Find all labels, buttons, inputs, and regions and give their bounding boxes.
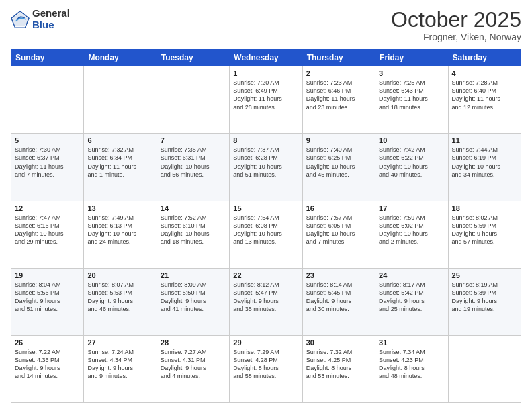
calendar-cell: 9Sunrise: 7:40 AMSunset: 6:25 PMDaylight… xyxy=(302,134,375,201)
day-number: 6 xyxy=(87,136,152,144)
day-number: 12 xyxy=(15,204,80,212)
calendar-cell xyxy=(84,66,157,134)
day-number: 8 xyxy=(233,136,298,144)
calendar-cell: 21Sunrise: 8:09 AMSunset: 5:50 PMDayligh… xyxy=(157,268,229,335)
day-number: 7 xyxy=(161,136,226,144)
day-info: Sunrise: 8:12 AMSunset: 5:47 PMDaylight:… xyxy=(233,281,298,314)
calendar-cell: 5Sunrise: 7:30 AMSunset: 6:37 PMDaylight… xyxy=(11,134,84,201)
calendar-cell xyxy=(157,66,229,134)
weekday-header-thursday: Thursday xyxy=(302,50,375,66)
day-info: Sunrise: 7:59 AMSunset: 6:02 PMDaylight:… xyxy=(379,214,444,246)
calendar-cell: 18Sunrise: 8:02 AMSunset: 5:59 PMDayligh… xyxy=(448,201,521,268)
day-number: 5 xyxy=(15,136,80,144)
day-info: Sunrise: 7:35 AMSunset: 6:31 PMDaylight:… xyxy=(161,146,226,179)
day-number: 4 xyxy=(452,69,517,77)
day-number: 11 xyxy=(452,136,517,144)
week-row-2: 12Sunrise: 7:47 AMSunset: 6:16 PMDayligh… xyxy=(11,201,521,268)
day-info: Sunrise: 7:32 AMSunset: 6:34 PMDaylight:… xyxy=(87,146,152,179)
day-number: 2 xyxy=(306,69,371,77)
day-info: Sunrise: 7:27 AMSunset: 4:31 PMDaylight:… xyxy=(161,348,226,381)
day-number: 18 xyxy=(452,204,517,212)
calendar-cell: 13Sunrise: 7:49 AMSunset: 6:13 PMDayligh… xyxy=(84,201,157,268)
day-info: Sunrise: 7:42 AMSunset: 6:22 PMDaylight:… xyxy=(379,146,444,179)
day-info: Sunrise: 7:57 AMSunset: 6:05 PMDaylight:… xyxy=(306,214,371,246)
day-info: Sunrise: 7:30 AMSunset: 6:37 PMDaylight:… xyxy=(15,146,80,179)
day-number: 23 xyxy=(306,271,371,279)
week-row-1: 5Sunrise: 7:30 AMSunset: 6:37 PMDaylight… xyxy=(11,134,521,201)
page: General Blue October 2025 Frogner, Viken… xyxy=(0,0,532,411)
day-number: 31 xyxy=(379,338,444,347)
main-title: October 2025 xyxy=(391,8,521,32)
weekday-header-row: SundayMondayTuesdayWednesdayThursdayFrid… xyxy=(11,50,521,66)
logo-blue: Blue xyxy=(32,19,70,31)
calendar-cell: 31Sunrise: 7:34 AMSunset: 4:23 PMDayligh… xyxy=(375,335,448,402)
day-info: Sunrise: 7:23 AMSunset: 6:46 PMDaylight:… xyxy=(306,79,371,111)
day-number: 27 xyxy=(87,338,152,347)
calendar-cell: 8Sunrise: 7:37 AMSunset: 6:28 PMDaylight… xyxy=(230,134,302,201)
calendar-cell: 22Sunrise: 8:12 AMSunset: 5:47 PMDayligh… xyxy=(230,268,302,335)
day-number: 17 xyxy=(379,204,444,212)
calendar-cell: 23Sunrise: 8:14 AMSunset: 5:45 PMDayligh… xyxy=(302,268,375,335)
day-info: Sunrise: 7:52 AMSunset: 6:10 PMDaylight:… xyxy=(161,214,226,246)
calendar-cell: 16Sunrise: 7:57 AMSunset: 6:05 PMDayligh… xyxy=(302,201,375,268)
day-info: Sunrise: 7:44 AMSunset: 6:19 PMDaylight:… xyxy=(452,146,517,179)
calendar-cell xyxy=(448,335,521,402)
day-info: Sunrise: 7:49 AMSunset: 6:13 PMDaylight:… xyxy=(87,214,152,246)
subtitle: Frogner, Viken, Norway xyxy=(391,32,521,42)
weekday-header-saturday: Saturday xyxy=(448,50,521,66)
calendar-cell: 27Sunrise: 7:24 AMSunset: 4:34 PMDayligh… xyxy=(84,335,157,402)
day-number: 21 xyxy=(161,271,226,279)
day-number: 24 xyxy=(379,271,444,279)
calendar-cell: 25Sunrise: 8:19 AMSunset: 5:39 PMDayligh… xyxy=(448,268,521,335)
day-info: Sunrise: 7:54 AMSunset: 6:08 PMDaylight:… xyxy=(233,214,298,246)
day-number: 25 xyxy=(452,271,517,279)
day-number: 14 xyxy=(161,204,226,212)
day-number: 26 xyxy=(15,338,80,347)
day-info: Sunrise: 7:25 AMSunset: 6:43 PMDaylight:… xyxy=(379,79,444,111)
day-info: Sunrise: 7:34 AMSunset: 4:23 PMDaylight:… xyxy=(379,348,444,381)
day-number: 13 xyxy=(87,204,152,212)
calendar-cell: 2Sunrise: 7:23 AMSunset: 6:46 PMDaylight… xyxy=(302,66,375,134)
calendar-cell: 14Sunrise: 7:52 AMSunset: 6:10 PMDayligh… xyxy=(157,201,229,268)
calendar-cell: 26Sunrise: 7:22 AMSunset: 4:36 PMDayligh… xyxy=(11,335,84,402)
day-info: Sunrise: 8:19 AMSunset: 5:39 PMDaylight:… xyxy=(452,281,517,314)
calendar-cell: 28Sunrise: 7:27 AMSunset: 4:31 PMDayligh… xyxy=(157,335,229,402)
day-number: 19 xyxy=(15,271,80,279)
day-number: 15 xyxy=(233,204,298,212)
day-info: Sunrise: 8:07 AMSunset: 5:53 PMDaylight:… xyxy=(87,281,152,314)
day-number: 16 xyxy=(306,204,371,212)
calendar-cell: 19Sunrise: 8:04 AMSunset: 5:56 PMDayligh… xyxy=(11,268,84,335)
calendar-cell: 11Sunrise: 7:44 AMSunset: 6:19 PMDayligh… xyxy=(448,134,521,201)
svg-marker-0 xyxy=(12,12,28,26)
day-number: 1 xyxy=(233,69,298,77)
logo-text: General Blue xyxy=(32,8,70,30)
calendar-cell xyxy=(11,66,84,134)
calendar-cell: 3Sunrise: 7:25 AMSunset: 6:43 PMDaylight… xyxy=(375,66,448,134)
weekday-header-wednesday: Wednesday xyxy=(230,50,302,66)
calendar-cell: 15Sunrise: 7:54 AMSunset: 6:08 PMDayligh… xyxy=(230,201,302,268)
day-info: Sunrise: 7:22 AMSunset: 4:36 PMDaylight:… xyxy=(15,348,80,381)
day-info: Sunrise: 7:24 AMSunset: 4:34 PMDaylight:… xyxy=(87,348,152,381)
day-info: Sunrise: 7:37 AMSunset: 6:28 PMDaylight:… xyxy=(233,146,298,179)
calendar-cell: 10Sunrise: 7:42 AMSunset: 6:22 PMDayligh… xyxy=(375,134,448,201)
calendar-cell: 17Sunrise: 7:59 AMSunset: 6:02 PMDayligh… xyxy=(375,201,448,268)
day-info: Sunrise: 7:32 AMSunset: 4:25 PMDaylight:… xyxy=(306,348,371,381)
week-row-3: 19Sunrise: 8:04 AMSunset: 5:56 PMDayligh… xyxy=(11,268,521,335)
day-number: 29 xyxy=(233,338,298,347)
week-row-0: 1Sunrise: 7:20 AMSunset: 6:49 PMDaylight… xyxy=(11,66,521,134)
day-number: 3 xyxy=(379,69,444,77)
calendar-cell: 29Sunrise: 7:29 AMSunset: 4:28 PMDayligh… xyxy=(230,335,302,402)
calendar-cell: 30Sunrise: 7:32 AMSunset: 4:25 PMDayligh… xyxy=(302,335,375,402)
logo: General Blue xyxy=(11,8,70,30)
day-info: Sunrise: 8:09 AMSunset: 5:50 PMDaylight:… xyxy=(161,281,226,314)
weekday-header-sunday: Sunday xyxy=(11,50,84,66)
day-number: 20 xyxy=(87,271,152,279)
day-info: Sunrise: 7:40 AMSunset: 6:25 PMDaylight:… xyxy=(306,146,371,179)
day-info: Sunrise: 8:17 AMSunset: 5:42 PMDaylight:… xyxy=(379,281,444,314)
week-row-4: 26Sunrise: 7:22 AMSunset: 4:36 PMDayligh… xyxy=(11,335,521,402)
calendar-cell: 20Sunrise: 8:07 AMSunset: 5:53 PMDayligh… xyxy=(84,268,157,335)
day-info: Sunrise: 7:28 AMSunset: 6:40 PMDaylight:… xyxy=(452,79,517,111)
day-info: Sunrise: 8:14 AMSunset: 5:45 PMDaylight:… xyxy=(306,281,371,314)
day-info: Sunrise: 7:29 AMSunset: 4:28 PMDaylight:… xyxy=(233,348,298,381)
day-number: 10 xyxy=(379,136,444,144)
